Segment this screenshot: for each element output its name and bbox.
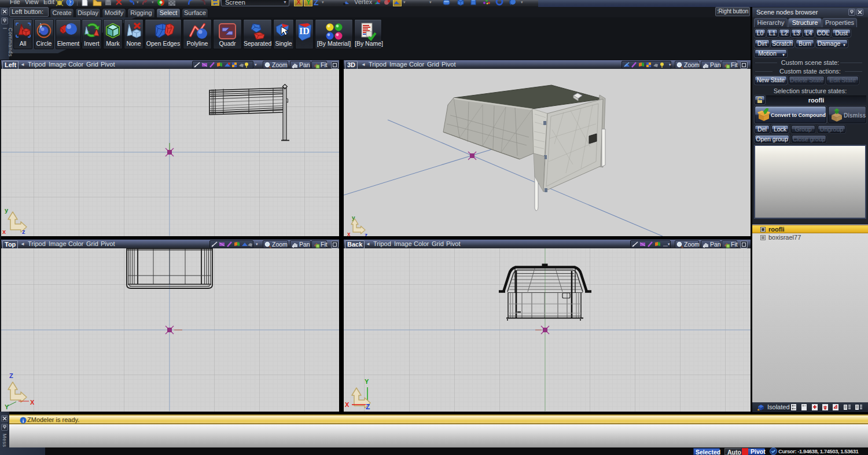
svg-text:ID: ID [299, 26, 310, 36]
svg-text:X: X [345, 401, 350, 408]
svg-text:y: y [5, 207, 9, 214]
svg-text:Y: Y [365, 378, 369, 385]
svg-text:X: X [30, 399, 35, 406]
svg-text:x: x [347, 231, 351, 236]
svg-text:?: ? [69, 0, 72, 6]
svg-text:Y: Y [5, 403, 9, 410]
svg-text:Z: Z [9, 372, 13, 379]
svg-text:z: z [365, 232, 367, 236]
svg-text:x: x [2, 228, 6, 235]
svg-text:Z: Z [366, 403, 370, 411]
svg-text:z: z [22, 228, 25, 235]
